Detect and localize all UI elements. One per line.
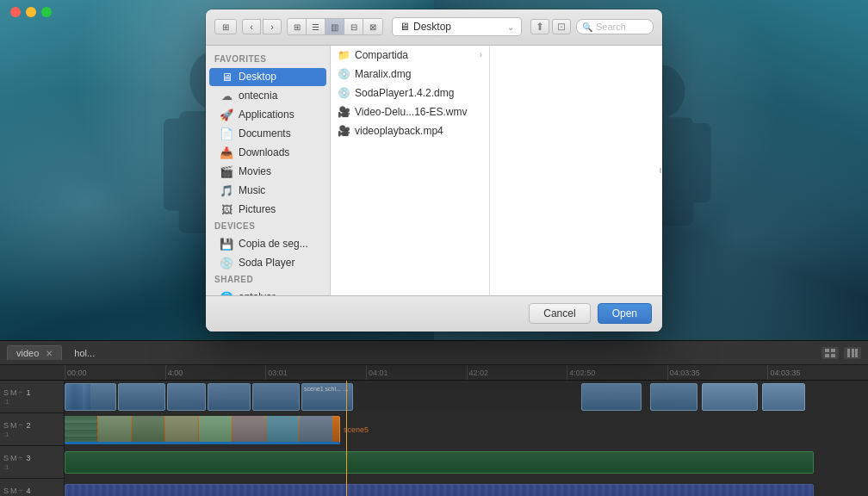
sidebar-item-downloads[interactable]: 📥 Downloads — [209, 144, 326, 162]
clip-7[interactable] — [581, 383, 642, 411]
view-coverflow-button[interactable]: ⊠ — [363, 19, 382, 34]
file-item-maralix[interactable]: 💿 Maralix.dmg — [331, 65, 489, 84]
view-cover-button[interactable]: ⊟ — [344, 19, 363, 34]
view-mode-buttons: ⊞ ☰ ▥ ⊟ ⊠ — [287, 18, 383, 35]
timeline-icon-2[interactable] — [844, 347, 861, 359]
view-icon-button[interactable]: ⊞ — [288, 19, 307, 34]
track-num-4: 4 — [26, 487, 30, 495]
close-button[interactable] — [10, 7, 21, 17]
thumb-2-5 — [199, 416, 232, 443]
folder-icon: 📁 — [338, 49, 350, 61]
track-row-3: S M ÷ 3 :1 // Inline waveform generation… — [0, 446, 868, 479]
clip-3[interactable] — [167, 383, 206, 411]
track3-m-btn[interactable]: M — [10, 454, 17, 462]
documents-icon: 📄 — [220, 127, 233, 140]
file-item-videoplayback[interactable]: 🎥 videoplayback.mp4 — [331, 121, 489, 140]
desktop-icon: 🖥 — [220, 71, 233, 84]
clip-9[interactable] — [702, 383, 758, 411]
track-body-3[interactable]: // Inline waveform generation done in CS… — [65, 446, 868, 479]
dmg-icon-maralix: 💿 — [338, 68, 350, 80]
track-scene-label: scene5 — [340, 425, 372, 434]
file-item-sodaplayer-dmg[interactable]: 💿 SodaPlayer1.4.2.dmg — [331, 84, 489, 102]
tab-label-hol: hol... — [74, 348, 95, 358]
ruler-mark-3: 04:01 — [366, 365, 467, 381]
track4-s-btn[interactable]: S — [3, 487, 9, 495]
ruler-mark-5: 4:02:50 — [567, 365, 667, 381]
location-text: Desktop — [413, 21, 451, 33]
sidebar-label-backup: Copia de seg... — [239, 238, 308, 250]
sidebar-item-desktop[interactable]: 🖥 Desktop — [209, 68, 326, 86]
share-button[interactable]: ⬆ — [530, 19, 549, 34]
window-traffic-lights — [10, 7, 52, 17]
view-column-button[interactable]: ▥ — [326, 19, 344, 34]
sidebar-item-ontecnia[interactable]: ☁ ontecnia — [209, 87, 326, 105]
track-body-4[interactable] — [65, 479, 868, 496]
track-playhead-1 — [346, 381, 347, 413]
clip-1[interactable] — [65, 383, 116, 411]
track-body-1[interactable]: scene1 schl... Fahrpreihung — [65, 381, 868, 413]
timeline-controls-right — [822, 347, 861, 359]
track-body-2[interactable]: scene5 — [65, 413, 868, 446]
cancel-button[interactable]: Cancel — [529, 303, 590, 324]
open-button[interactable]: Open — [598, 303, 652, 324]
sidebar-label-ontecnia: ontecnia — [239, 90, 277, 102]
track2-m-btn[interactable]: M — [10, 421, 17, 430]
location-bar[interactable]: 🖥 Desktop ⌄ — [392, 17, 522, 36]
waveform-svg: // Inline waveform generation done in CS… — [65, 452, 814, 473]
forward-button[interactable]: › — [263, 19, 282, 34]
view-list-button[interactable]: ☰ — [307, 19, 326, 34]
coverflow-view-icon: ⊠ — [369, 22, 376, 32]
search-box[interactable]: 🔍 Search — [576, 19, 654, 34]
clip-10[interactable] — [762, 383, 805, 411]
resize-handle[interactable] — [658, 46, 662, 295]
action-buttons: ⬆ ⊡ — [530, 19, 571, 34]
track-volume-3: :1 — [3, 463, 60, 471]
file-name-sodaplayer: SodaPlayer1.4.2.dmg — [355, 87, 454, 99]
track-row-1: S M ÷ 1 :1 — [0, 381, 868, 413]
video-icon-wmv: 🎥 — [338, 106, 350, 118]
file-item-video-wmv[interactable]: 🎥 Video-Delu...16-ES.wmv — [331, 102, 489, 121]
track2-s-btn[interactable]: S — [3, 421, 9, 430]
sidebar-item-music[interactable]: 🎵 Music — [209, 182, 326, 200]
clip-4[interactable] — [208, 383, 251, 411]
timeline-icon-1[interactable] — [822, 347, 839, 359]
track-num-3: 3 — [26, 454, 30, 462]
timeline-tab-hol[interactable]: hol... — [65, 346, 103, 360]
sidebar-item-backup[interactable]: 💾 Copia de seg... — [209, 235, 326, 253]
sidebar-item-movies[interactable]: 🎬 Movies — [209, 163, 326, 181]
track-s-btn[interactable]: S — [3, 388, 9, 397]
maximize-button[interactable] — [41, 7, 52, 17]
dialog-overlay: ⊞ ‹ › ⊞ ☰ ▥ ⊟ — [0, 0, 868, 340]
file-name-videoplayback: videoplayback.mp4 — [355, 125, 443, 137]
sidebar-item-documents[interactable]: 📄 Documents — [209, 125, 326, 143]
sidebar-item-pictures[interactable]: 🖼 Pictures — [209, 201, 326, 219]
music-icon: 🎵 — [220, 184, 233, 197]
file-item-compartida[interactable]: 📁 Compartida › — [331, 46, 489, 65]
track-label-area: scene5 — [340, 413, 372, 446]
sidebar-item-sodaplayer[interactable]: 💿 Soda Player — [209, 254, 326, 272]
column-view-icon: ▥ — [331, 22, 338, 32]
sidebar-toggle-button[interactable]: ⊞ — [214, 19, 237, 34]
label-button[interactable]: ⊡ — [552, 19, 571, 34]
svg-rect-9 — [831, 349, 835, 352]
search-placeholder: Search — [596, 22, 626, 32]
waveform-pattern-2 — [65, 485, 813, 496]
track-m-btn[interactable]: M — [10, 388, 17, 397]
sidebar-item-ontalvar[interactable]: 🌐 ontalvar — [209, 288, 326, 295]
clip-2[interactable] — [118, 383, 165, 411]
location-icon: 🖥 — [400, 21, 410, 33]
svg-rect-11 — [831, 354, 835, 357]
audio-track-clip[interactable]: // Inline waveform generation done in CS… — [65, 451, 814, 474]
timeline-tab-video[interactable]: video ✕ — [7, 345, 62, 360]
tab-close-icon[interactable]: ✕ — [46, 349, 53, 358]
track4-m-btn[interactable]: M — [10, 487, 17, 495]
grid-icon — [825, 349, 835, 357]
clip-8[interactable] — [650, 383, 698, 411]
audio-track-clip-2[interactable] — [65, 484, 814, 496]
minimize-button[interactable] — [26, 7, 36, 17]
back-button[interactable]: ‹ — [242, 19, 261, 34]
track3-s-btn[interactable]: S — [3, 454, 9, 462]
forward-icon: › — [270, 22, 274, 32]
clip-5[interactable] — [252, 383, 300, 411]
sidebar-item-applications[interactable]: 🚀 Applications — [209, 106, 326, 124]
